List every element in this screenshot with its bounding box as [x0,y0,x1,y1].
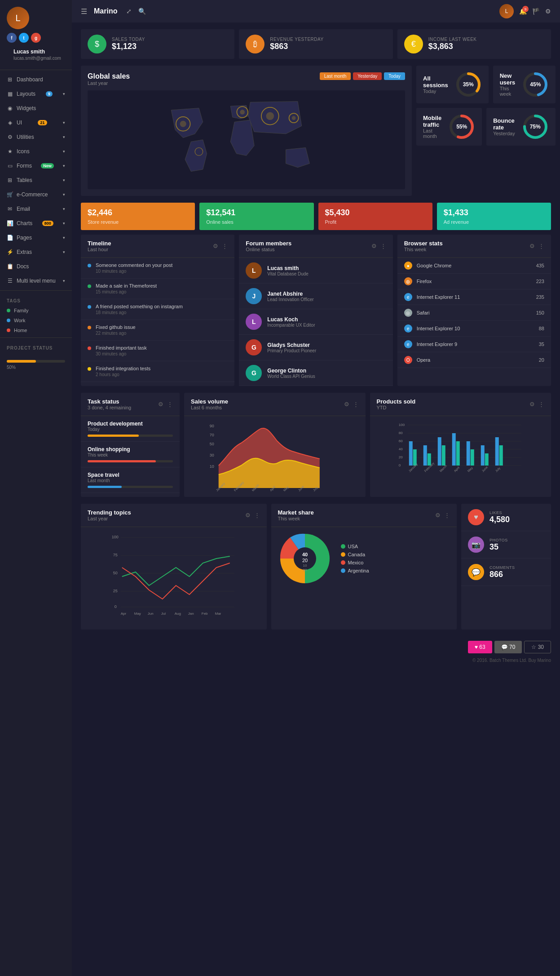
sidebar-item-pages[interactable]: 📄 Pages ▾ [0,231,72,245]
google-icon[interactable]: g [31,33,41,43]
widgets-icon: ◉ [7,105,13,111]
tag-work[interactable]: Work [0,315,72,325]
comments-button[interactable]: 💬 70 [494,641,522,653]
today-button[interactable]: Today [384,72,405,80]
topbar-avatar[interactable]: L [499,4,514,18]
sidebar-item-ecommerce[interactable]: 🛒 e-Commerce ▾ [0,187,72,202]
lastmonth-button[interactable]: Last month [320,72,351,80]
panels-row-1: Timeline Last hour ⚙ ⋮ Someone commented… [72,235,560,393]
likes-button[interactable]: ♥ 63 [468,641,492,653]
mobile-traffic-donut: Mobile traffic Last month 55% [416,108,482,146]
browser-actions: ⚙ ⋮ [529,243,544,249]
bounce-rate-donut: Bounce rate Yesterday 75% [486,108,556,146]
svg-text:Jun: Jun [148,612,154,616]
settings-icon[interactable]: ⚙ [158,401,163,408]
svg-text:May: May [467,466,473,473]
sidebar-item-multilevel[interactable]: ☰ Multi level menu ▾ [0,274,72,288]
svg-text:May: May [134,612,141,616]
sidebar-item-forms[interactable]: ▭ Forms New ▾ [0,159,72,173]
tag-home[interactable]: Home [0,325,72,335]
search-icon[interactable]: 🔍 [138,8,146,15]
sidebar-item-charts[interactable]: 📊 Charts 800 ▾ [0,216,72,231]
sidebar-item-tables[interactable]: ⊞ Tables ▾ [0,173,72,187]
footer-buttons-row: ♥ 63 💬 70 ☆ 30 [72,636,560,656]
layouts-badge: 9 [46,91,53,97]
sidebar-item-icons[interactable]: ★ Icons ▾ [0,144,72,159]
flag-icon[interactable]: 🏴 [532,8,540,15]
settings-icon[interactable]: ⚙ [435,512,441,519]
settings-icon[interactable]: ⚙ [371,243,377,249]
forms-icon: ▭ [7,163,13,169]
more-icon[interactable]: ⋮ [444,512,450,519]
svg-point-4 [240,110,245,115]
member-item-2: J Janet Abshire Lead Innovation Officer [239,284,392,309]
online-sales-value: $12,541 [206,208,307,217]
sales-label: SALES TODAY [112,37,145,42]
task-bar-fill [88,435,139,437]
progress-bar-container [7,360,65,363]
settings-icon[interactable]: ⚙ [213,243,218,249]
browser-name: Safari [417,310,532,315]
stars-button[interactable]: ☆ 30 [524,641,551,653]
sidebar-item-ui[interactable]: ◈ UI 21 ▾ [0,115,72,130]
trending-title: Trending topics [88,509,131,516]
firefox-icon: ◍ [404,277,412,285]
tl-time: 30 minutes ago [96,351,147,356]
member-item-4: G Gladys Schuster Primary Product Pionee… [239,335,392,360]
sidebar-item-email[interactable]: ✉ Email ▾ [0,202,72,216]
task-header: Task status 3 done, 4 remaining ⚙ ⋮ [81,393,180,416]
sidebar-label: UI [17,120,22,126]
task-actions: ⚙ ⋮ [158,401,173,408]
chevron-icon: ▾ [63,192,65,197]
ui-badge: 21 [38,120,47,125]
market-chart-area: 40 20 10 30 USA Canada [271,527,457,590]
sidebar-item-docs[interactable]: 📋 Docs [0,259,72,274]
sales-volume-panel: Sales volume Last 6 months ⚙ ⋮ 90 70 50 … [184,393,366,497]
browser-count: 435 [536,263,544,268]
menu-icon[interactable]: ☰ [81,7,87,16]
browser-row-ie9: e Internet Explorer 9 35 [397,337,551,352]
tag-family[interactable]: Family [0,306,72,315]
store-revenue-box: $2,446 Store revenue [81,203,195,230]
sidebar-item-extras[interactable]: ⚡ Extras ▾ [0,245,72,259]
newusers-title: New users [500,72,516,86]
browser-row-chrome: ● Google Chrome 435 [397,258,551,274]
twitter-icon[interactable]: t [19,33,29,43]
sidebar-label: Layouts [17,91,35,97]
sidebar-item-dashboard[interactable]: ⊞ Dashboard [0,72,72,87]
svg-text:70: 70 [210,433,214,437]
settings-icon[interactable]: ⚙ [545,8,551,15]
facebook-icon[interactable]: f [7,33,17,43]
settings-icon[interactable]: ⚙ [529,243,535,249]
more-icon[interactable]: ⋮ [380,243,386,249]
tl-dot [88,346,91,350]
svg-text:10: 10 [210,464,214,469]
divider [0,337,72,338]
multilevel-icon: ☰ [7,278,13,284]
yesterday-button[interactable]: Yesterday [353,72,382,80]
sales-value: $1,123 [112,42,145,51]
more-icon[interactable]: ⋮ [222,243,228,249]
tag-label: Work [14,318,25,323]
more-icon[interactable]: ⋮ [167,401,173,408]
tag-dot-home [7,328,10,332]
more-icon[interactable]: ⋮ [538,243,544,249]
more-icon[interactable]: ⋮ [353,401,359,408]
sidebar-item-utilities[interactable]: ⚙ Utilities ▾ [0,130,72,144]
browser-count: 20 [539,357,544,363]
newusers-chart: 45% [522,71,549,98]
settings-icon[interactable]: ⚙ [344,401,349,408]
svg-point-2 [180,121,186,127]
svg-text:Aug: Aug [175,612,181,616]
sidebar-item-layouts[interactable]: ▦ Layouts 9 ▾ [0,87,72,101]
more-icon[interactable]: ⋮ [254,512,260,519]
expand-icon[interactable]: ⤢ [126,8,132,15]
ie-icon: e [404,340,412,348]
notification-icon[interactable]: 🔔 9 [519,8,527,15]
sidebar-item-widgets[interactable]: ◉ Widgets [0,101,72,115]
settings-icon[interactable]: ⚙ [529,401,535,408]
settings-icon[interactable]: ⚙ [245,512,251,519]
more-icon[interactable]: ⋮ [538,401,544,408]
newusers-sub: This week [500,86,516,97]
browser-count: 88 [539,326,544,331]
